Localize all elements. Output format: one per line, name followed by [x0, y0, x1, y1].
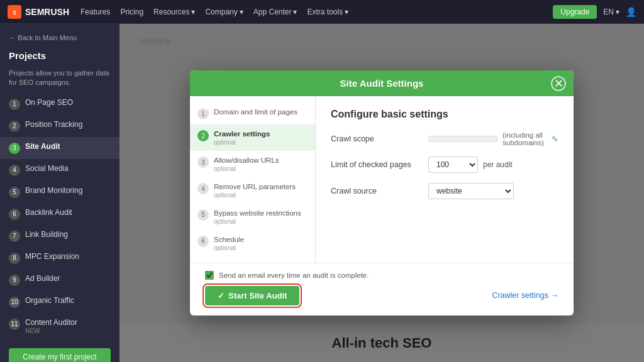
step-number: 6	[9, 209, 20, 220]
step-label-1: Domain and limit of pages	[214, 107, 297, 117]
limit-pages-value: 100 500 1000 5000 10000 100000 per audit	[428, 156, 558, 173]
step-number: 1	[9, 99, 20, 110]
site-audit-settings-modal: Site Audit Settings ✕ 1 Domain and limit…	[190, 70, 574, 315]
sidebar-item-position-tracking[interactable]: 2 Position Tracking	[0, 115, 119, 137]
nav-features[interactable]: Features	[80, 8, 110, 16]
crawl-source-label: Crawl source	[331, 187, 422, 195]
nav-company[interactable]: Company ▾	[205, 8, 243, 16]
step-number-2: 2	[197, 130, 209, 141]
footer-actions: ✓ Start Site Audit Crawler settings →	[205, 286, 558, 305]
crawler-settings-link[interactable]: Crawler settings →	[492, 291, 558, 300]
sidebar-item-content-auditor[interactable]: 11 Content Auditor NEW	[0, 313, 119, 340]
sidebar-item-link-building[interactable]: 7 Link Building	[0, 225, 119, 247]
back-to-main-menu[interactable]: ← Back to Main Menu	[0, 30, 119, 48]
sidebar-item-organic-traffic[interactable]: 10 Organic Traffic	[0, 291, 119, 313]
sidebar-item-label: Backlink Audit	[25, 208, 72, 218]
sidebar-item-backlink-audit[interactable]: 6 Backlink Audit	[0, 203, 119, 225]
crawl-scope-row: Crawl scope (including all subdomains) ✎	[331, 131, 558, 146]
sidebar-item-label: Organic Traffic	[25, 296, 74, 306]
sidebar-item-on-page-seo[interactable]: 1 On Page SEO	[0, 93, 119, 115]
semrush-logo[interactable]: S SEMRUSH	[8, 5, 69, 19]
step-sublabel-3: optional	[214, 165, 279, 172]
step-label-5: Bypass website restrictions	[214, 209, 301, 218]
create-first-project-button[interactable]: Create my first project	[9, 348, 111, 362]
step-number: 5	[9, 187, 20, 198]
sidebar-item-label: Brand Monitoring	[25, 186, 82, 196]
modal-step-1[interactable]: 1 Domain and limit of pages	[190, 102, 315, 124]
modal-step-4[interactable]: 4 Remove URL parameters optional	[190, 177, 315, 204]
subdomain-text: (including all subdomains)	[502, 131, 547, 146]
top-navigation: S SEMRUSH Features Pricing Resources ▾ C…	[0, 0, 644, 24]
step-number-1: 1	[197, 108, 209, 119]
sidebar-item-label: Position Tracking	[25, 120, 82, 130]
sidebar-nav-items: 1 On Page SEO 2 Position Tracking 3 Site…	[0, 93, 119, 340]
step-number: 9	[9, 275, 20, 286]
nav-pricing[interactable]: Pricing	[120, 8, 143, 16]
step-sublabel-2: optional	[214, 139, 270, 146]
step-label-3: Allow/disallow URLs	[214, 156, 279, 165]
modal-footer: Send an email every time an audit is com…	[190, 263, 574, 315]
sidebar-item-label: Ad Builder	[25, 274, 60, 284]
sidebar-item-social-media[interactable]: 4 Social Media	[0, 159, 119, 181]
modal-form-content: Configure basic settings Crawl scope (in…	[316, 96, 574, 263]
nav-extra-tools[interactable]: Extra tools ▾	[307, 8, 348, 16]
sidebar-item-label: Social Media	[25, 164, 69, 174]
modal-body: 1 Domain and limit of pages 2 Crawler se…	[190, 96, 574, 263]
modal-step-6[interactable]: 6 Schedule optional	[190, 230, 315, 256]
crawl-source-row: Crawl source website sitemap sitemap & w…	[331, 183, 558, 199]
email-notification-checkbox[interactable]	[205, 271, 214, 280]
crawl-scope-value: (including all subdomains) ✎	[428, 131, 558, 146]
step-number-3: 3	[197, 156, 209, 168]
crawl-source-value: website sitemap sitemap & website	[428, 183, 558, 199]
svg-text:S: S	[13, 9, 16, 16]
modal-step-3[interactable]: 3 Allow/disallow URLs optional	[190, 151, 315, 177]
form-heading: Configure basic settings	[331, 109, 558, 120]
nav-items: Features Pricing Resources ▾ Company ▾ A…	[80, 8, 541, 16]
step-sublabel-6: optional	[214, 244, 244, 251]
start-site-audit-button[interactable]: ✓ Start Site Audit	[205, 286, 299, 305]
step-label-4: Remove URL parameters	[214, 182, 296, 192]
crawl-source-select[interactable]: website sitemap sitemap & website	[428, 183, 514, 199]
limit-pages-row: Limit of checked pages 100 500 1000 5000…	[331, 156, 558, 173]
close-icon: ✕	[554, 78, 564, 89]
left-sidebar: ← Back to Main Menu Projects Projects al…	[0, 24, 119, 362]
sidebar-item-label: Content Auditor	[25, 318, 77, 328]
sidebar-item-ad-builder[interactable]: 9 Ad Builder	[0, 269, 119, 291]
step-sublabel-4: optional	[214, 192, 296, 199]
sidebar-item-mpc-expansion[interactable]: 8 MPC Expansion	[0, 247, 119, 269]
step-number: 2	[9, 121, 20, 132]
step-number: 3	[9, 143, 20, 154]
main-layout: ← Back to Main Menu Projects Projects al…	[0, 24, 644, 362]
checkmark-icon: ✓	[218, 291, 225, 300]
logo-icon: S	[8, 5, 21, 19]
user-icon[interactable]: 👤	[626, 7, 636, 17]
language-selector[interactable]: EN ▾	[603, 8, 619, 16]
edit-crawl-scope-icon[interactable]: ✎	[552, 134, 558, 144]
per-audit-text: per audit	[483, 160, 513, 169]
step-label-2: Crawler settings	[214, 129, 270, 139]
upgrade-button[interactable]: Upgrade	[553, 5, 597, 19]
sidebar-item-brand-monitoring[interactable]: 5 Brand Monitoring	[0, 181, 119, 203]
nav-resources[interactable]: Resources ▾	[153, 8, 195, 16]
modal-step-2[interactable]: 2 Crawler settings optional	[190, 124, 315, 151]
step-number: 7	[9, 231, 20, 242]
nav-app-center[interactable]: App Center ▾	[253, 8, 297, 16]
start-audit-label: Start Site Audit	[228, 291, 287, 300]
modal-step-5[interactable]: 5 Bypass website restrictions optional	[190, 204, 315, 230]
modal-header: Site Audit Settings ✕	[190, 70, 574, 96]
sidebar-item-site-audit[interactable]: 3 Site Audit	[0, 137, 119, 159]
step-sublabel-5: optional	[214, 218, 301, 225]
content-area: ... reporting Site Audit Settings ✕	[119, 24, 644, 362]
crawl-scope-label: Crawl scope	[331, 134, 422, 143]
modal-title: Site Audit Settings	[340, 78, 424, 89]
modal-close-button[interactable]: ✕	[551, 76, 566, 91]
sidebar-item-label: Site Audit	[25, 142, 60, 152]
crawl-scope-input	[428, 136, 497, 142]
step-number: 10	[9, 297, 20, 308]
limit-pages-select[interactable]: 100 500 1000 5000 10000 100000	[428, 156, 478, 173]
step-number: 8	[9, 253, 20, 264]
step-label-6: Schedule	[214, 235, 244, 244]
logo-text: SEMRUSH	[25, 7, 69, 17]
email-notification-label: Send an email every time an audit is com…	[219, 272, 369, 279]
sidebar-item-label: MPC Expansion	[25, 252, 79, 262]
